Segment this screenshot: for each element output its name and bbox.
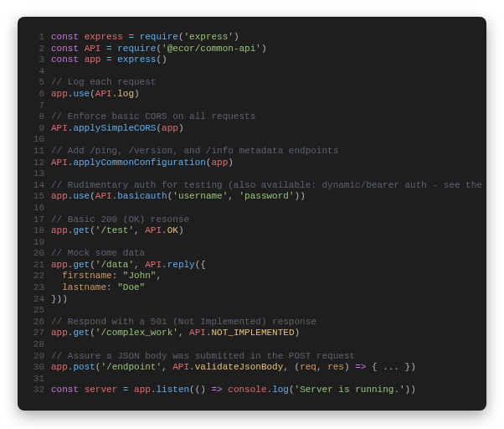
- token-pl: [79, 385, 85, 395]
- line-number: 1: [26, 32, 44, 44]
- code-line: 31: [26, 374, 473, 385]
- line-number: 27: [26, 328, 44, 339]
- token-fn: use: [73, 191, 90, 201]
- token-str: '/endpoint': [100, 362, 162, 372]
- token-pl: (: [90, 260, 95, 270]
- token-fn: get: [73, 328, 90, 338]
- line-content: API.applySimpleCORS(app): [51, 123, 473, 135]
- line-content: app.use(API.log): [51, 89, 473, 101]
- token-cmt: // Rudimentary auth for testing (also av…: [51, 180, 486, 190]
- token-fn: get: [73, 225, 90, 235]
- code-line: 6app.use(API.log): [26, 89, 473, 101]
- code-line: 32const server = app.listen(() => consol…: [26, 385, 473, 396]
- code-line: 8// Enforce basic CORS on all requests: [26, 111, 473, 123]
- token-id: API: [145, 225, 162, 235]
- token-fn: log: [272, 385, 289, 395]
- line-number: 21: [26, 260, 44, 271]
- line-content: API.applyCommonConfiguration(app): [51, 158, 473, 169]
- code-line: 14// Rudimentary auth for testing (also …: [26, 180, 473, 192]
- token-attr: firstname: [62, 271, 111, 281]
- line-number: 4: [26, 66, 44, 78]
- token-id: API: [85, 44, 101, 54]
- line-number: 22: [26, 271, 44, 282]
- token-pl: ...: [383, 362, 399, 372]
- token-pl: ({: [195, 260, 206, 270]
- token-id: app: [51, 260, 68, 270]
- line-number: 29: [26, 351, 44, 363]
- token-pl: [79, 54, 85, 65]
- token-fn: require: [140, 32, 178, 42]
- line-content: // Enforce basic CORS on all requests: [51, 111, 473, 123]
- code-line: 16: [26, 203, 473, 214]
- token-pl: ): [295, 328, 301, 338]
- line-number: 18: [26, 225, 44, 237]
- token-pl: ): [178, 225, 184, 235]
- token-str: 'password': [239, 191, 295, 201]
- token-fn: require: [117, 44, 156, 54]
- token-pl: .: [206, 328, 212, 338]
- token-prop: log: [117, 89, 134, 99]
- line-content: // Respond with a 501 (Not Implemented) …: [51, 317, 473, 328]
- code-line: 20// Mock some data: [26, 248, 473, 260]
- token-id: app: [51, 362, 68, 372]
- token-pl: ,: [156, 271, 162, 281]
- line-content: // Rudimentary auth for testing (also av…: [51, 180, 486, 192]
- token-op: =: [106, 44, 112, 54]
- code-line: 1const express = require('express'): [26, 32, 473, 44]
- code-line: 26// Respond with a 501 (Not Implemented…: [26, 317, 473, 328]
- token-pl: ,: [228, 191, 239, 201]
- line-content: [51, 374, 473, 385]
- line-number: 15: [26, 191, 44, 203]
- token-pl: ): [344, 362, 355, 372]
- line-number: 31: [26, 374, 44, 385]
- line-content: // Mock some data: [51, 248, 473, 260]
- token-cmt: // Enforce basic CORS on all requests: [51, 111, 255, 121]
- token-fn: basicauth: [117, 191, 167, 201]
- token-id: server: [85, 385, 118, 395]
- line-content: // Assure a JSON body was submitted in t…: [51, 351, 473, 363]
- code-line: 25: [26, 305, 473, 317]
- token-cmt: // Mock some data: [51, 248, 145, 258]
- token-kw: const: [51, 54, 79, 65]
- token-pl: [51, 271, 62, 281]
- token-id: console: [228, 385, 266, 395]
- token-attr: res: [327, 362, 344, 372]
- token-pl: )): [295, 191, 306, 201]
- token-pl: (: [90, 191, 95, 201]
- line-content: // Log each request: [51, 77, 473, 89]
- line-content: app.use(API.basicauth('username', 'passw…: [51, 191, 473, 203]
- token-id: app: [51, 89, 68, 99]
- token-pl: (: [90, 89, 95, 99]
- token-pl: ,: [316, 362, 327, 372]
- code-line: 28: [26, 339, 473, 351]
- token-cmt: // Respond with a 501 (Not Implemented) …: [51, 317, 316, 327]
- token-id: API: [51, 158, 68, 168]
- token-pl: .: [189, 362, 195, 372]
- line-number: 25: [26, 305, 44, 317]
- code-line: 3const app = express(): [26, 54, 473, 66]
- line-number: 20: [26, 248, 44, 260]
- line-content: app.get('/data', API.reply({: [51, 260, 473, 271]
- line-content: lastname: "Doe": [51, 282, 473, 294]
- code-line: 30app.post('/endpoint', API.validateJson…: [26, 362, 473, 374]
- line-content: const server = app.listen(() => console.…: [51, 385, 473, 396]
- line-content: const express = require('express'): [51, 32, 473, 44]
- token-fn: applySimpleCORS: [73, 123, 156, 133]
- line-content: [51, 237, 473, 249]
- code-line: 27app.get('/complex_work', API.NOT_IMPLE…: [26, 328, 473, 339]
- token-id: app: [51, 191, 68, 201]
- token-pl: .: [162, 260, 167, 270]
- token-pl: [51, 282, 62, 292]
- token-pl: ): [234, 32, 239, 42]
- token-id: API: [95, 89, 112, 99]
- token-id: API: [145, 260, 162, 270]
- token-fn: express: [117, 54, 156, 65]
- token-pl: ,: [178, 328, 189, 338]
- code-editor-frame: 1const express = require('express')2cons…: [18, 17, 486, 411]
- token-pl: :: [112, 271, 123, 281]
- code-line: 7: [26, 101, 473, 112]
- token-kw: =>: [355, 362, 366, 372]
- token-pl: .: [162, 225, 167, 235]
- line-content: app.post('/endpoint', API.validateJsonBo…: [51, 362, 473, 374]
- code-line: 17// Basic 200 (OK) resonse: [26, 214, 473, 226]
